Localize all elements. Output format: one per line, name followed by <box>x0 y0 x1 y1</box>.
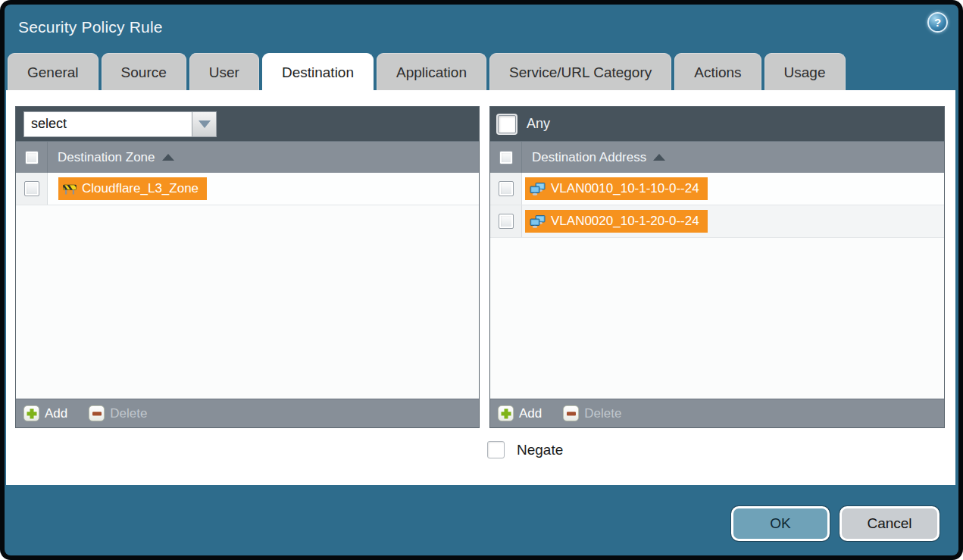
zone-item[interactable]: Cloudflare_L3_Zone <box>58 177 207 200</box>
destination-tab-content: select Destination Zone <box>6 90 955 485</box>
table-row: Cloudflare_L3_Zone <box>16 173 479 205</box>
delete-address-button[interactable]: Delete <box>563 405 621 421</box>
tab-destination[interactable]: Destination <box>262 53 374 92</box>
tab-service-url-category[interactable]: Service/URL Category <box>489 53 671 91</box>
delete-label: Delete <box>584 406 621 421</box>
delete-zone-button[interactable]: Delete <box>89 405 147 421</box>
address-column-sort[interactable]: Destination Address <box>522 150 665 165</box>
address-column-header: Destination Address <box>490 141 944 173</box>
destination-address-panel: Any Destination Address <box>489 106 945 428</box>
plus-icon <box>498 405 514 421</box>
tab-application[interactable]: Application <box>377 53 486 91</box>
address-select-all-cell <box>490 142 522 173</box>
zone-column-title: Destination Zone <box>58 150 155 165</box>
negate-label: Negate <box>517 442 563 458</box>
negate-control: Negate <box>487 441 563 458</box>
zone-footer-bar: Add Delete <box>16 399 479 427</box>
sort-ascending-icon <box>653 154 665 161</box>
zone-filter-bar: select <box>16 107 479 141</box>
zone-column-sort[interactable]: Destination Zone <box>48 150 174 165</box>
tab-user[interactable]: User <box>189 53 259 91</box>
zone-barrier-icon <box>63 183 77 195</box>
address-list: VLAN0010_10-1-10-0--24 <box>490 173 944 399</box>
address-item-label: VLAN0010_10-1-10-0--24 <box>551 181 699 196</box>
add-zone-button[interactable]: Add <box>23 405 67 421</box>
zone-row-checkbox[interactable] <box>24 181 39 196</box>
zone-select-all-cell <box>16 142 48 173</box>
any-checkbox[interactable] <box>498 115 516 133</box>
cancel-button[interactable]: Cancel <box>839 506 940 541</box>
negate-checkbox[interactable] <box>487 441 505 458</box>
chevron-down-icon <box>199 120 211 128</box>
zone-list: Cloudflare_L3_Zone <box>16 173 479 399</box>
zone-filter-value: select <box>23 111 192 137</box>
tab-usage[interactable]: Usage <box>764 53 846 91</box>
address-item[interactable]: VLAN0010_10-1-10-0--24 <box>525 177 708 200</box>
minus-icon <box>89 405 105 421</box>
destination-zone-panel: select Destination Zone <box>15 106 480 428</box>
help-icon[interactable]: ? <box>927 12 948 33</box>
any-control: Any <box>498 115 550 133</box>
plus-icon <box>23 405 39 421</box>
table-row: VLAN0010_10-1-10-0--24 <box>490 173 944 205</box>
tab-source[interactable]: Source <box>102 53 186 91</box>
address-row-checkbox[interactable] <box>499 181 514 196</box>
row-checkbox-cell <box>490 205 522 237</box>
any-label: Any <box>527 116 550 132</box>
address-any-bar: Any <box>490 107 944 141</box>
address-select-all-checkbox[interactable] <box>499 151 513 164</box>
minus-icon <box>563 405 579 421</box>
add-label: Add <box>45 406 67 421</box>
address-row-content: VLAN0010_10-1-10-0--24 <box>522 173 944 205</box>
zone-filter-select[interactable]: select <box>23 111 217 137</box>
add-address-button[interactable]: Add <box>498 405 542 421</box>
ok-button[interactable]: OK <box>731 506 830 541</box>
row-checkbox-cell <box>490 173 522 205</box>
address-row-checkbox[interactable] <box>499 214 514 229</box>
address-item-label: VLAN0020_10-1-20-0--24 <box>551 214 699 229</box>
zone-row-content: Cloudflare_L3_Zone <box>48 173 479 205</box>
tab-actions[interactable]: Actions <box>674 53 761 91</box>
sort-ascending-icon <box>162 154 174 161</box>
delete-label: Delete <box>110 406 147 421</box>
security-policy-rule-dialog: Security Policy Rule ? General Source Us… <box>0 0 963 560</box>
address-column-title: Destination Address <box>532 150 646 165</box>
address-footer-bar: Add Delete <box>490 399 944 427</box>
zone-select-all-checkbox[interactable] <box>25 151 39 164</box>
network-address-icon <box>530 183 546 196</box>
tab-general[interactable]: General <box>8 53 98 91</box>
tab-bar: General Source User Destination Applicat… <box>8 53 846 91</box>
row-checkbox-cell <box>16 173 48 205</box>
add-label: Add <box>519 406 542 421</box>
address-item[interactable]: VLAN0020_10-1-20-0--24 <box>525 210 708 233</box>
dropdown-arrow-button[interactable] <box>192 111 217 137</box>
network-address-icon <box>530 215 546 228</box>
table-row: VLAN0020_10-1-20-0--24 <box>490 205 944 238</box>
address-row-content: VLAN0020_10-1-20-0--24 <box>522 205 944 237</box>
zone-column-header: Destination Zone <box>16 141 479 173</box>
zone-item-label: Cloudflare_L3_Zone <box>82 181 199 196</box>
dialog-background: Security Policy Rule ? General Source Us… <box>5 5 958 555</box>
dialog-title: Security Policy Rule <box>18 18 163 36</box>
